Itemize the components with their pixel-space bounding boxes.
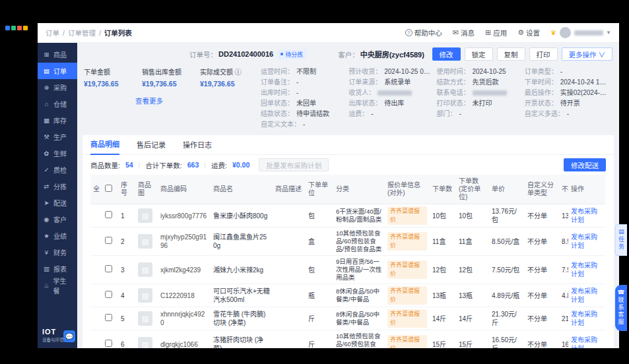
detail-label: 部门：: [437, 109, 457, 119]
performance-icon: ★: [43, 232, 50, 239]
select-all-header[interactable]: [102, 175, 118, 204]
metric-value: ¥19,736.65: [200, 80, 258, 88]
sidebar-item-fresh[interactable]: ✿生鲜: [38, 145, 77, 162]
row-checkbox[interactable]: [105, 340, 112, 347]
row-checkbox[interactable]: [105, 237, 112, 244]
sidebar-item-label: 生产: [53, 132, 67, 142]
chevron-down-icon[interactable]: ▼: [606, 30, 611, 36]
contact-service-button[interactable]: ☎ 联系客服: [615, 285, 627, 331]
view-more-link[interactable]: 查看更多: [135, 96, 163, 106]
product-image-cell[interactable]: ▨: [135, 204, 158, 228]
detail-pair: 最后操作：实操02(2024-10-24 16:01): [525, 88, 609, 98]
help-center-button[interactable]: ?帮助中心: [405, 28, 442, 38]
quote-cell: 齐齐菜谱报价: [385, 330, 430, 349]
row-index: 6: [118, 330, 135, 349]
row-checkbox[interactable]: [105, 314, 112, 321]
tab-operation-log[interactable]: 操作日志: [183, 139, 212, 154]
sidebar-item-label: 学生餐: [53, 276, 72, 295]
product-image-cell[interactable]: ▨: [135, 228, 158, 256]
settings-button[interactable]: ⚙设置: [517, 28, 540, 38]
sidebar-item-orders[interactable]: ▤订单: [38, 63, 77, 79]
checkbox-cell[interactable]: [102, 204, 118, 228]
product-name: 冻猪肝肉切块 (净菜): [211, 330, 273, 349]
sidebar-item-sorting[interactable]: ⇄分拣: [38, 178, 77, 195]
chat-widget-icon[interactable]: 💬: [63, 330, 75, 342]
task-float-button[interactable]: ▤ 任务: [615, 224, 627, 256]
clipped-price-col: 4.8: [559, 284, 568, 307]
lock-button[interactable]: 锁定: [465, 47, 493, 61]
operation-cell[interactable]: 发布采购计划: [568, 307, 605, 330]
sidebar-item-label: 商品: [53, 49, 67, 59]
product-image-cell[interactable]: ▨: [135, 307, 158, 330]
order-qty-priced: 11盒: [456, 228, 489, 256]
sidebar-item-student-meal[interactable]: ♨学生餐: [38, 277, 77, 293]
avatar[interactable]: [560, 27, 571, 38]
row-checkbox[interactable]: [105, 291, 112, 298]
customer-name: 中央厨房(zycf4589): [360, 49, 424, 59]
checkbox-cell[interactable]: [102, 307, 118, 330]
select-all-checkbox[interactable]: [105, 185, 112, 192]
operation-cell[interactable]: 发布采购计划: [568, 204, 605, 228]
sidebar-item-report[interactable]: ▥报表: [38, 260, 77, 277]
column-header: 下单数: [430, 175, 456, 204]
checkbox-cell[interactable]: [102, 330, 118, 349]
sidebar-item-purchase[interactable]: ⊕采购: [38, 79, 77, 96]
tab-after-sale[interactable]: 售后记录: [137, 139, 166, 154]
sidebar-item-production[interactable]: ⚒生产: [38, 129, 77, 145]
tab-product-detail[interactable]: 商品明细: [90, 138, 119, 155]
task-label: 任务: [617, 236, 626, 251]
product-image-cell[interactable]: ▨: [135, 256, 158, 284]
order-qty-priced: 12包: [456, 256, 489, 284]
quote-tag: 齐齐菜谱报价: [387, 309, 427, 328]
product-image-cell[interactable]: ▨: [135, 330, 158, 349]
copy-button[interactable]: 复制: [497, 47, 525, 61]
batch-publish-purchase-button[interactable]: 批量发布采购计划: [259, 158, 329, 171]
sidebar-item-inventory[interactable]: ▦库存: [38, 112, 77, 129]
publish-purchase-plan-link[interactable]: 发布采购计划: [571, 262, 597, 278]
message-button[interactable]: ✉消息: [453, 28, 475, 38]
sidebar-item-warehouse[interactable]: ⌂仓储: [38, 96, 77, 112]
breadcrumb-item[interactable]: 订单管理: [68, 28, 96, 38]
detail-value: 先货后款: [473, 77, 499, 88]
publish-purchase-plan-link[interactable]: 发布采购计划: [571, 288, 597, 303]
sidebar-item-finance[interactable]: ¥财务: [38, 244, 77, 260]
sidebar-item-customer[interactable]: ◉客户: [38, 211, 77, 228]
detail-label: 收货人：: [348, 88, 375, 98]
operation-cell[interactable]: 发布采购计划: [568, 228, 605, 256]
row-checkbox[interactable]: [105, 265, 112, 272]
column-header: 全: [90, 175, 102, 204]
more-actions-button[interactable]: 更多操作 ∨: [562, 47, 612, 61]
print-button[interactable]: 打印: [529, 47, 558, 61]
checkbox-cell[interactable]: [102, 256, 118, 284]
order-metrics: 下单金额¥19,736.65销售出库金额¥19,736.65实际成交额 ⓘ¥19…: [84, 67, 261, 130]
breadcrumb: 订单/ 订单管理/ 订单列表: [46, 28, 132, 38]
checkbox-cell[interactable]: [102, 228, 118, 256]
operation-cell[interactable]: 发布采购计划: [568, 330, 605, 349]
edit-delivery-button[interactable]: 修改配送: [564, 158, 606, 171]
checkbox-cell[interactable]: [102, 284, 118, 307]
breadcrumb-sep: /: [99, 29, 101, 37]
operation-cell[interactable]: 发布采购计划: [568, 256, 605, 284]
sidebar-item-delivery[interactable]: ➤配送: [38, 195, 77, 211]
sidebar-item-performance[interactable]: ★业绩: [38, 228, 77, 244]
publish-purchase-plan-link[interactable]: 发布采购计划: [571, 336, 597, 348]
row-checkbox[interactable]: [105, 211, 112, 218]
product-card: 商品明细售后记录操作日志 商品数量:54 | 合计下单数:663 | 运费:¥0…: [83, 135, 614, 348]
order-title-row: 订单号： DD24102400016 待分拣 客户： 中央厨房(zycf4589…: [84, 47, 612, 61]
publish-purchase-plan-link[interactable]: 发布采购计划: [571, 233, 597, 249]
app-window: 订单/ 订单管理/ 订单列表 ?帮助中心 ✉消息 ⊞应用 ⚙设置 ♛ ▼ ⊞商品…: [38, 23, 619, 348]
sidebar-item-quality[interactable]: ✓质检: [38, 162, 77, 178]
operation-cell[interactable]: 发布采购计划: [568, 284, 605, 307]
edit-button[interactable]: 修改: [432, 47, 461, 61]
breadcrumb-item[interactable]: 订单: [46, 28, 59, 38]
sidebar-item-goods[interactable]: ⊞商品: [38, 46, 77, 63]
publish-purchase-plan-link[interactable]: 发布采购计划: [571, 208, 597, 224]
clipped-price-col: 16.5: [559, 330, 568, 349]
detail-label: 出库状态：: [348, 98, 381, 109]
inventory-icon: ▦: [43, 117, 50, 124]
publish-purchase-plan-link[interactable]: 发布采购计划: [571, 311, 597, 326]
apps-button[interactable]: ⊞应用: [485, 28, 507, 38]
detail-pair: 结款状态：待申请结款: [261, 109, 345, 119]
product-code: xjkml2kg4239: [158, 256, 211, 284]
product-image-cell[interactable]: ▨: [135, 284, 158, 307]
